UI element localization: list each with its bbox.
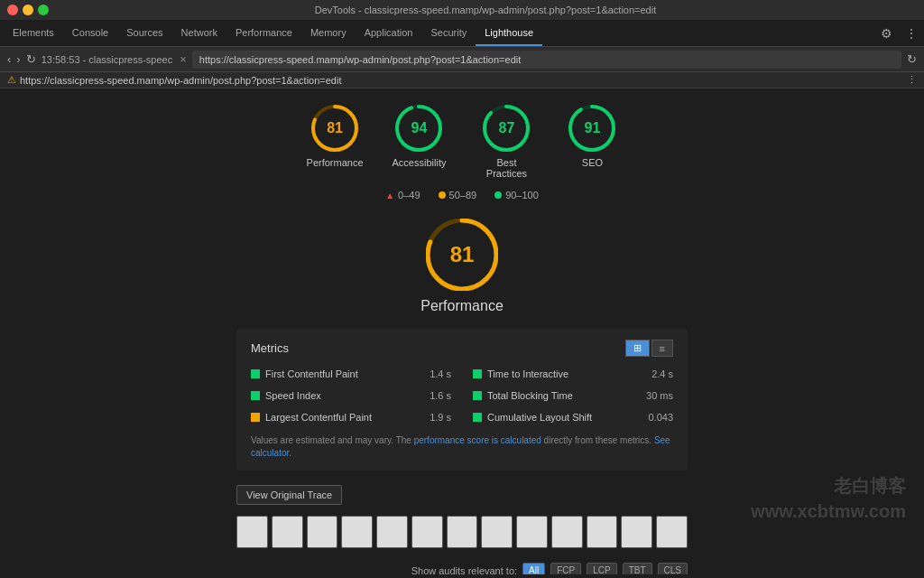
warning-icon: ⚠ — [7, 74, 16, 86]
metrics-grid: First Contentful Paint 1.4 s Time to Int… — [251, 366, 673, 425]
perf-score-value: 81 — [450, 242, 475, 267]
legend: ▲ 0–49 50–89 90–100 — [14, 190, 910, 200]
tab-application[interactable]: Application — [356, 20, 422, 46]
tab-security[interactable]: Security — [421, 20, 476, 46]
thumbnail — [307, 516, 338, 548]
metric-item: Largest Contentful Paint 1.9 s — [251, 409, 451, 425]
forward-icon[interactable]: › — [16, 52, 20, 66]
metric-value: 1.9 s — [430, 412, 451, 423]
metrics-section: Metrics ⊞ ≡ First Contentful Paint 1.4 s… — [236, 329, 688, 471]
thumbnail — [481, 516, 513, 548]
toggle-list-btn[interactable]: ≡ — [651, 340, 673, 357]
thumbnail — [236, 516, 268, 548]
metric-value: 2.4 s — [651, 368, 673, 379]
thumbnail — [621, 516, 652, 548]
score-label-best-practices: Best Practices — [475, 157, 538, 179]
metric-value: 0.043 — [648, 412, 673, 423]
scores-row: 81 Performance 94 Accessibility 87 Best … — [14, 103, 910, 179]
perf-score-link[interactable]: performance score is calculated — [414, 435, 541, 445]
filter-btn-cls[interactable]: CLS — [658, 563, 688, 574]
tab-sources[interactable]: Sources — [117, 20, 171, 46]
score-circle-performance: 81 — [310, 103, 360, 154]
filter-btn-tbt[interactable]: TBT — [623, 563, 652, 574]
close-button[interactable] — [7, 5, 18, 15]
thumbnail — [272, 516, 303, 548]
metric-item: Cumulative Layout Shift 0.043 — [473, 409, 673, 425]
filter-btn-fcp[interactable]: FCP — [550, 563, 581, 574]
tab-performance[interactable]: Performance — [226, 20, 301, 46]
metric-name: Time to Interactive — [487, 368, 646, 379]
metrics-header: Metrics ⊞ ≡ — [251, 340, 673, 357]
tab-label: 13:58:53 - classicpress-speec — [42, 54, 173, 65]
address-bar: ‹ › ↻ 13:58:53 - classicpress-speec × ↻ — [0, 47, 924, 72]
warning-bar: ⚠ https://classicpress-speed.mamp/wp-adm… — [0, 72, 924, 89]
tab-elements[interactable]: Elements — [4, 20, 63, 46]
metrics-toggle: ⊞ ≡ — [625, 340, 673, 357]
score-label-seo: SEO — [582, 157, 603, 168]
legend-fail-label: 0–49 — [398, 190, 420, 200]
browser-titlebar: DevTools - classicpress-speed.mamp/wp-ad… — [0, 0, 924, 20]
metric-dot — [473, 413, 482, 422]
tab-lighthouse[interactable]: Lighthouse — [476, 20, 542, 46]
score-value-accessibility: 94 — [411, 120, 428, 136]
metric-item: Time to Interactive 2.4 s — [473, 366, 673, 382]
score-circle-accessibility: 94 — [393, 103, 444, 154]
metric-value: 1.4 s — [430, 368, 451, 379]
close-tab-icon[interactable]: × — [180, 52, 187, 66]
main-content: 81 Performance 94 Accessibility 87 Best … — [0, 89, 924, 574]
tab-memory[interactable]: Memory — [301, 20, 356, 46]
url-input[interactable] — [192, 51, 901, 69]
metric-name: Total Blocking Time — [487, 390, 641, 401]
metric-item: Total Blocking Time 30 ms — [473, 387, 673, 404]
pass-dot — [494, 191, 502, 199]
devtools-actions: ⚙ ⋮ — [877, 24, 920, 42]
fail-icon: ▲ — [385, 191, 394, 200]
audits-filter-label: Show audits relevant to: — [411, 565, 517, 575]
thumbnail — [341, 516, 373, 548]
thumbnail — [376, 516, 408, 548]
score-item-best-practices: 87 Best Practices — [475, 103, 538, 179]
thumbnail — [551, 516, 583, 548]
more-options-icon[interactable]: ⋮ — [902, 24, 920, 42]
score-item-seo: 91 SEO — [567, 103, 617, 179]
score-value-best-practices: 87 — [499, 120, 515, 136]
perf-title: Performance — [236, 298, 688, 314]
legend-average-label: 50–89 — [449, 190, 477, 200]
filter-btn-all[interactable]: All — [522, 563, 545, 574]
score-label-performance: Performance — [307, 157, 364, 168]
metric-name: Speed Index — [265, 390, 424, 401]
metrics-note: Values are estimated and may vary. The p… — [251, 434, 673, 460]
performance-section: 81 Performance Metrics ⊞ ≡ First Content… — [236, 219, 688, 574]
thumbnail — [516, 516, 548, 548]
metric-name: Cumulative Layout Shift — [487, 412, 642, 423]
more-icon[interactable]: ⋮ — [907, 74, 917, 86]
traffic-lights — [7, 5, 49, 15]
metric-dot — [251, 391, 260, 400]
perf-circle-large: 81 — [426, 219, 498, 291]
refresh-icon[interactable]: ↻ — [26, 52, 36, 66]
tab-network[interactable]: Network — [172, 20, 226, 46]
thumbnail — [447, 516, 478, 548]
back-icon[interactable]: ‹ — [7, 52, 11, 66]
maximize-button[interactable] — [38, 5, 49, 15]
browser-title: DevTools - classicpress-speed.mamp/wp-ad… — [54, 5, 917, 15]
legend-pass-label: 90–100 — [505, 190, 539, 200]
filter-btn-lcp[interactable]: LCP — [587, 563, 616, 574]
score-value-seo: 91 — [585, 120, 601, 136]
perf-score-large: 81 — [236, 219, 688, 291]
metric-dot — [251, 369, 260, 378]
metric-dot — [473, 369, 482, 378]
toggle-grid-btn[interactable]: ⊞ — [625, 340, 650, 357]
trace-button[interactable]: View Original Trace — [236, 485, 342, 505]
tab-console[interactable]: Console — [63, 20, 117, 46]
score-item-performance: 81 Performance — [307, 103, 364, 179]
minimize-button[interactable] — [23, 5, 33, 15]
average-dot — [439, 191, 446, 199]
metric-name: First Contentful Paint — [265, 368, 424, 379]
reload-icon[interactable]: ↻ — [907, 52, 917, 66]
score-item-accessibility: 94 Accessibility — [393, 103, 447, 179]
settings-icon[interactable]: ⚙ — [877, 24, 895, 42]
score-circle-best-practices: 87 — [481, 103, 531, 154]
audits-filter: Show audits relevant to: AllFCPLCPTBTCLS — [236, 563, 688, 574]
score-value-performance: 81 — [327, 120, 343, 136]
